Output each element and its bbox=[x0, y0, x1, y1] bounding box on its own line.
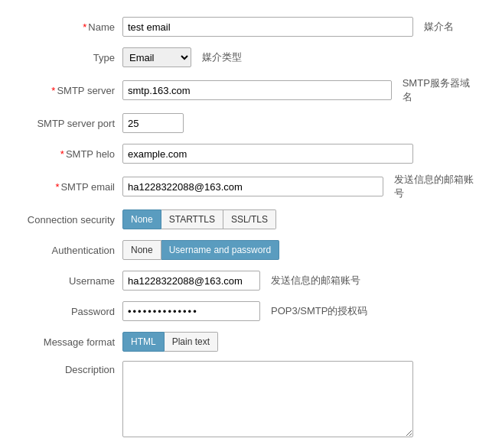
authentication-username-password[interactable]: Username and password bbox=[161, 240, 279, 260]
enabled-row: Enabled bbox=[15, 445, 474, 448]
password-input[interactable] bbox=[122, 301, 260, 321]
smtp-email-input[interactable] bbox=[122, 177, 383, 196]
smtp-server-annotation: SMTP服务器域名 bbox=[403, 76, 474, 104]
smtp-server-row: *SMTP server SMTP服务器域名 bbox=[15, 76, 474, 104]
authentication-none[interactable]: None bbox=[122, 240, 161, 260]
email-config-form: *Name 媒介名 Type Email SMS Slack 媒介类型 *SMT… bbox=[15, 15, 474, 448]
type-annotation: 媒介类型 bbox=[202, 50, 242, 64]
smtp-server-input[interactable] bbox=[122, 80, 392, 100]
password-row: Password POP3/SMTP的授权码 bbox=[15, 300, 474, 323]
smtp-helo-label: *SMTP helo bbox=[15, 148, 122, 160]
type-label: Type bbox=[15, 52, 122, 63]
connection-security-ssltls[interactable]: SSL/TLS bbox=[223, 209, 276, 229]
smtp-helo-row: *SMTP helo bbox=[15, 142, 474, 165]
connection-security-none[interactable]: None bbox=[122, 209, 161, 229]
name-row: *Name 媒介名 bbox=[15, 15, 474, 38]
name-input[interactable] bbox=[122, 17, 413, 37]
username-label: Username bbox=[15, 275, 122, 287]
description-label: Description bbox=[15, 361, 122, 375]
connection-security-label: Connection security bbox=[15, 214, 122, 226]
type-row: Type Email SMS Slack 媒介类型 bbox=[15, 46, 474, 69]
connection-security-starttls[interactable]: STARTTLS bbox=[161, 209, 223, 229]
username-annotation: 发送信息的邮箱账号 bbox=[271, 274, 360, 287]
smtp-email-annotation: 发送信息的邮箱账号 bbox=[394, 173, 474, 200]
authentication-label: Authentication bbox=[15, 245, 122, 256]
smtp-helo-input[interactable] bbox=[122, 144, 413, 164]
username-input[interactable] bbox=[122, 271, 260, 291]
description-row: Description bbox=[15, 361, 474, 437]
name-annotation: 媒介名 bbox=[424, 20, 454, 34]
authentication-group: None Username and password bbox=[122, 240, 279, 260]
authentication-row: Authentication None Username and passwor… bbox=[15, 239, 474, 261]
description-textarea[interactable] bbox=[122, 361, 413, 437]
connection-security-group: None STARTTLS SSL/TLS bbox=[122, 209, 276, 229]
message-format-row: Message format HTML Plain text bbox=[15, 330, 474, 353]
message-format-group: HTML Plain text bbox=[122, 332, 218, 352]
password-annotation: POP3/SMTP的授权码 bbox=[271, 304, 367, 318]
message-format-plain[interactable]: Plain text bbox=[165, 332, 218, 352]
connection-security-row: Connection security None STARTTLS SSL/TL… bbox=[15, 208, 474, 231]
smtp-server-label: *SMTP server bbox=[15, 85, 122, 96]
name-label: *Name bbox=[15, 21, 122, 33]
smtp-email-label: *SMTP email bbox=[15, 181, 122, 193]
message-format-html[interactable]: HTML bbox=[122, 332, 165, 352]
smtp-email-row: *SMTP email 发送信息的邮箱账号 bbox=[15, 173, 474, 200]
password-label: Password bbox=[15, 306, 122, 317]
smtp-port-input[interactable] bbox=[122, 113, 184, 133]
type-select[interactable]: Email SMS Slack bbox=[122, 47, 191, 67]
smtp-port-label: SMTP server port bbox=[15, 118, 122, 129]
smtp-port-row: SMTP server port bbox=[15, 112, 474, 135]
message-format-label: Message format bbox=[15, 336, 122, 348]
username-row: Username 发送信息的邮箱账号 bbox=[15, 269, 474, 292]
